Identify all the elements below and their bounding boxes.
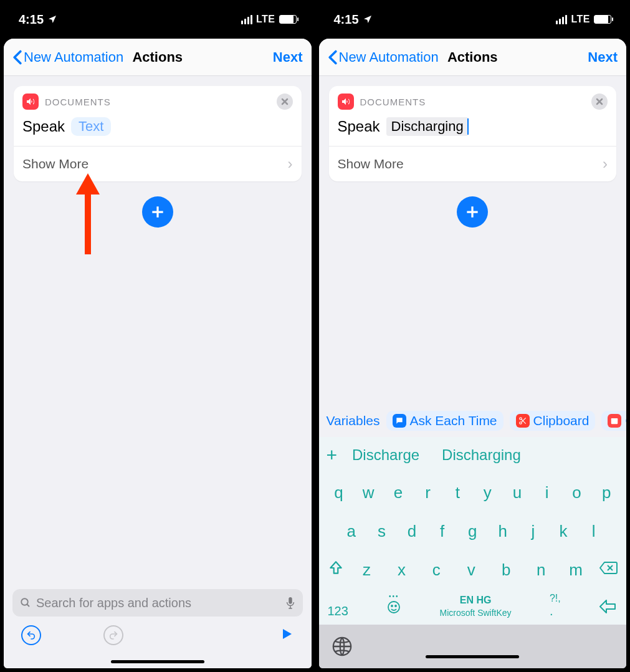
remove-action-button[interactable]: [591, 94, 608, 110]
home-indicator: [426, 655, 519, 658]
add-suggestion-button[interactable]: +: [327, 444, 338, 466]
svg-point-8: [395, 605, 396, 607]
globe-key[interactable]: [332, 636, 353, 657]
key-k[interactable]: k: [551, 517, 575, 545]
battery-icon: [279, 15, 297, 24]
suggestion-2[interactable]: Discharging: [442, 446, 521, 464]
key-y[interactable]: y: [475, 478, 499, 507]
network-label: LTE: [256, 14, 275, 25]
search-input[interactable]: Search for apps and actions: [12, 589, 303, 617]
key-z[interactable]: z: [355, 555, 378, 584]
key-r[interactable]: r: [416, 478, 440, 507]
action-card: DOCUMENTS Speak Text Show More ›: [14, 86, 302, 181]
variable-chip-clipboard[interactable]: Clipboard: [510, 411, 596, 431]
variable-chip-ask[interactable]: Ask Each Time: [386, 411, 504, 431]
scissors-icon: [516, 414, 530, 428]
back-button[interactable]: New Automation: [12, 49, 123, 65]
search-placeholder: Search for apps and actions: [36, 596, 280, 610]
key-g[interactable]: g: [461, 517, 484, 545]
emoji-icon: [386, 600, 401, 615]
text-token-placeholder[interactable]: Text: [71, 117, 111, 136]
key-b[interactable]: b: [494, 555, 518, 584]
key-p[interactable]: p: [594, 478, 618, 507]
chevron-right-icon: ›: [288, 155, 293, 173]
key-e[interactable]: e: [386, 478, 410, 507]
key-v[interactable]: v: [459, 555, 483, 584]
play-icon: [279, 626, 294, 641]
enter-key[interactable]: [599, 598, 618, 618]
chevron-left-icon: [328, 50, 338, 65]
enter-icon: [599, 598, 618, 615]
emoji-key[interactable]: •••: [386, 593, 401, 618]
keyboard-lang: EN HG: [439, 594, 511, 607]
show-more-label: Show More: [22, 156, 88, 171]
next-button[interactable]: Next: [588, 49, 618, 65]
svg-rect-1: [289, 597, 292, 604]
close-icon: [596, 98, 603, 105]
svg-point-0: [21, 598, 28, 605]
key-c[interactable]: c: [424, 555, 448, 584]
key-w[interactable]: w: [356, 478, 380, 507]
show-more-row[interactable]: Show More ›: [14, 146, 302, 181]
key-s[interactable]: s: [370, 517, 393, 545]
page-title: Actions: [447, 49, 498, 65]
variable-chip-current[interactable]: Cur: [601, 411, 626, 431]
svg-rect-5: [611, 418, 618, 420]
chat-icon: [393, 414, 406, 428]
location-icon: [363, 14, 373, 24]
location-icon: [47, 14, 57, 24]
variables-label[interactable]: Variables: [327, 413, 380, 428]
key-d[interactable]: d: [400, 517, 424, 545]
status-bar: 4:15 LTE: [319, 4, 627, 35]
bottom-toolbar: [12, 617, 303, 654]
show-more-row[interactable]: Show More ›: [329, 146, 617, 181]
add-action-button[interactable]: [142, 196, 173, 228]
globe-bar: [319, 625, 627, 668]
backspace-key[interactable]: [599, 561, 618, 578]
punctuation-key[interactable]: ?!, .: [550, 593, 561, 618]
key-q[interactable]: q: [327, 478, 350, 507]
key-h[interactable]: h: [491, 517, 515, 545]
key-j[interactable]: j: [521, 517, 545, 545]
key-t[interactable]: t: [446, 478, 469, 507]
shift-key[interactable]: [328, 560, 344, 580]
nav-bar: New Automation Actions Next: [4, 39, 312, 76]
key-m[interactable]: m: [564, 555, 588, 584]
next-button[interactable]: Next: [273, 49, 303, 65]
globe-icon: [332, 636, 353, 657]
remove-action-button[interactable]: [277, 94, 293, 110]
speak-action-icon: [22, 94, 39, 110]
status-bar: 4:15 LTE: [4, 4, 312, 35]
action-verb: Speak: [338, 118, 380, 135]
key-o[interactable]: o: [565, 478, 588, 507]
run-button[interactable]: [279, 626, 294, 644]
key-f[interactable]: f: [431, 517, 454, 545]
undo-button[interactable]: [21, 625, 41, 645]
content-area: DOCUMENTS Speak Discharging Show More ›: [319, 76, 627, 405]
back-button[interactable]: New Automation: [328, 49, 439, 65]
keyboard: + Discharge Discharging q w e r t y u i …: [319, 437, 627, 625]
text-token-value[interactable]: Discharging: [386, 117, 469, 136]
key-a[interactable]: a: [340, 517, 363, 545]
page-title: Actions: [132, 49, 183, 65]
key-u[interactable]: u: [505, 478, 529, 507]
action-verb: Speak: [22, 118, 65, 135]
spacebar-key[interactable]: EN HG Microsoft SwiftKey: [439, 594, 511, 618]
add-action-button[interactable]: [457, 196, 488, 228]
key-n[interactable]: n: [529, 555, 553, 584]
undo-icon: [26, 630, 36, 640]
nav-bar: New Automation Actions Next: [319, 39, 627, 76]
status-time: 4:15: [334, 12, 359, 27]
shift-icon: [328, 560, 344, 576]
svg-point-7: [391, 605, 393, 607]
key-i[interactable]: i: [535, 478, 559, 507]
key-x[interactable]: x: [389, 555, 413, 584]
suggestion-1[interactable]: Discharge: [352, 446, 419, 464]
mic-icon[interactable]: [285, 597, 295, 609]
signal-icon: [241, 15, 252, 24]
numeric-key[interactable]: 123: [328, 604, 348, 618]
chip-label: Cur: [625, 413, 626, 428]
redo-button: [103, 625, 123, 645]
key-l[interactable]: l: [582, 517, 606, 545]
speak-action-icon: [338, 94, 354, 110]
